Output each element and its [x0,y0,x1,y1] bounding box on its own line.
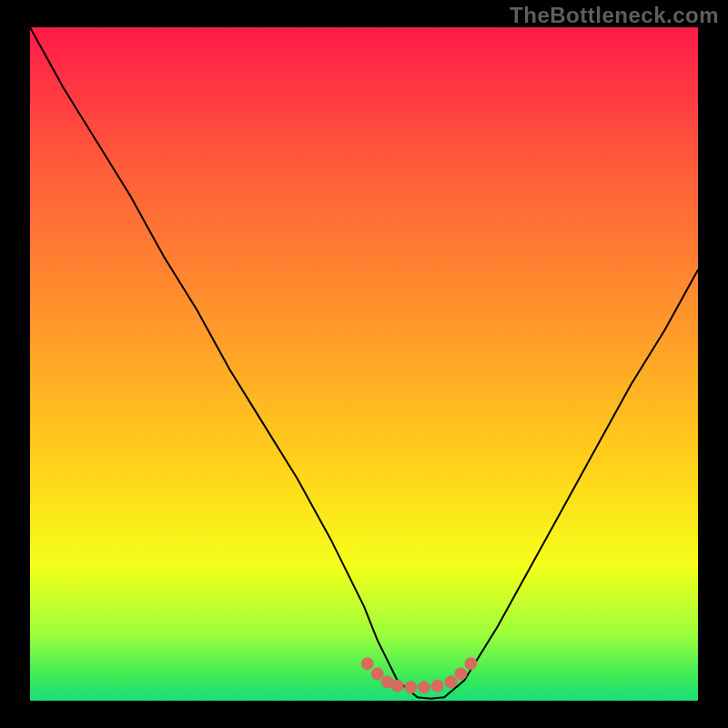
bottleneck-chart [0,0,728,728]
svg-point-5 [419,682,430,693]
svg-point-4 [405,682,417,693]
watermark-text: TheBottleneck.com [510,3,719,28]
svg-point-7 [445,676,457,688]
svg-point-0 [361,658,373,670]
svg-point-8 [455,668,467,680]
svg-point-6 [431,680,443,692]
svg-point-3 [391,680,403,692]
plot-background [30,27,698,701]
svg-point-1 [371,668,383,680]
svg-point-9 [465,658,477,670]
